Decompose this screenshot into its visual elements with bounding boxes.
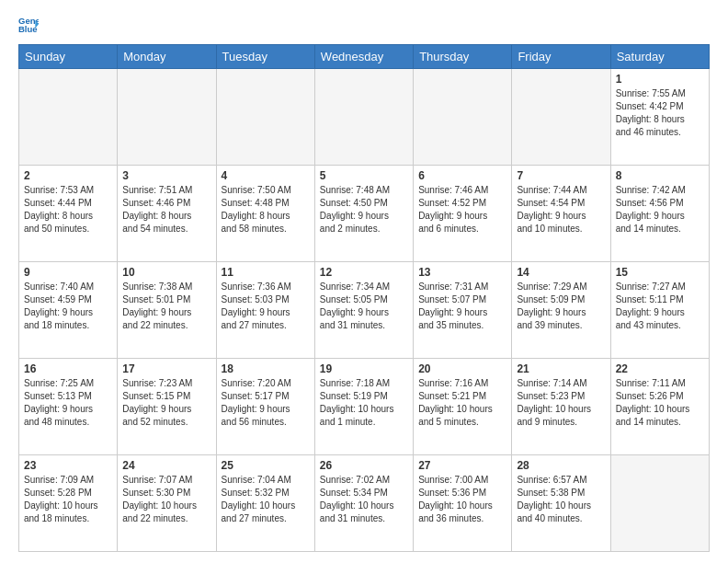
calendar-header-row: SundayMondayTuesdayWednesdayThursdayFrid… <box>19 45 710 69</box>
day-number: 23 <box>24 459 112 472</box>
calendar-table: SundayMondayTuesdayWednesdayThursdayFrid… <box>18 44 710 552</box>
calendar-cell: 21Sunrise: 7:14 AM Sunset: 5:23 PM Dayli… <box>512 359 610 455</box>
day-info: Sunrise: 7:16 AM Sunset: 5:21 PM Dayligh… <box>418 377 506 429</box>
calendar-cell: 8Sunrise: 7:42 AM Sunset: 4:56 PM Daylig… <box>610 166 709 262</box>
day-info: Sunrise: 7:48 AM Sunset: 4:50 PM Dayligh… <box>320 184 408 236</box>
day-number: 12 <box>320 266 408 279</box>
calendar-cell: 5Sunrise: 7:48 AM Sunset: 4:50 PM Daylig… <box>314 166 413 262</box>
day-info: Sunrise: 7:02 AM Sunset: 5:34 PM Dayligh… <box>320 474 408 525</box>
day-info: Sunrise: 7:46 AM Sunset: 4:52 PM Dayligh… <box>418 184 506 236</box>
day-number: 14 <box>517 266 605 279</box>
day-number: 19 <box>320 362 408 375</box>
calendar-day-header: Monday <box>118 45 216 69</box>
calendar-cell: 28Sunrise: 6:57 AM Sunset: 5:38 PM Dayli… <box>512 455 610 552</box>
day-info: Sunrise: 7:38 AM Sunset: 5:01 PM Dayligh… <box>122 281 210 332</box>
day-number: 3 <box>122 169 210 182</box>
day-number: 8 <box>616 169 704 182</box>
calendar-cell <box>512 69 610 166</box>
calendar-day-header: Sunday <box>19 45 118 69</box>
day-info: Sunrise: 7:27 AM Sunset: 5:11 PM Dayligh… <box>616 281 704 332</box>
calendar-cell: 10Sunrise: 7:38 AM Sunset: 5:01 PM Dayli… <box>118 262 216 359</box>
calendar-week-row: 23Sunrise: 7:09 AM Sunset: 5:28 PM Dayli… <box>19 455 710 552</box>
page: General Blue SundayMondayTuesdayWednesda… <box>0 0 728 563</box>
day-info: Sunrise: 7:09 AM Sunset: 5:28 PM Dayligh… <box>24 474 112 525</box>
logo: General Blue <box>18 15 42 35</box>
day-info: Sunrise: 7:40 AM Sunset: 4:59 PM Dayligh… <box>24 281 112 332</box>
calendar-cell: 13Sunrise: 7:31 AM Sunset: 5:07 PM Dayli… <box>414 262 512 359</box>
calendar-cell <box>610 455 709 552</box>
day-info: Sunrise: 7:36 AM Sunset: 5:03 PM Dayligh… <box>222 281 310 332</box>
day-number: 27 <box>418 459 506 472</box>
day-info: Sunrise: 7:07 AM Sunset: 5:30 PM Dayligh… <box>122 474 210 525</box>
day-info: Sunrise: 7:29 AM Sunset: 5:09 PM Dayligh… <box>517 281 605 332</box>
calendar-cell: 24Sunrise: 7:07 AM Sunset: 5:30 PM Dayli… <box>118 455 216 552</box>
calendar-cell <box>414 69 512 166</box>
day-number: 11 <box>222 266 310 279</box>
calendar-cell: 4Sunrise: 7:50 AM Sunset: 4:48 PM Daylig… <box>216 166 314 262</box>
day-number: 24 <box>122 459 210 472</box>
day-info: Sunrise: 7:18 AM Sunset: 5:19 PM Dayligh… <box>320 377 408 429</box>
day-info: Sunrise: 7:51 AM Sunset: 4:46 PM Dayligh… <box>122 184 210 236</box>
calendar-cell: 23Sunrise: 7:09 AM Sunset: 5:28 PM Dayli… <box>19 455 118 552</box>
svg-text:Blue: Blue <box>18 24 38 34</box>
calendar-week-row: 2Sunrise: 7:53 AM Sunset: 4:44 PM Daylig… <box>19 166 710 262</box>
day-info: Sunrise: 7:04 AM Sunset: 5:32 PM Dayligh… <box>222 474 310 525</box>
day-info: Sunrise: 7:25 AM Sunset: 5:13 PM Dayligh… <box>24 377 112 429</box>
day-info: Sunrise: 7:23 AM Sunset: 5:15 PM Dayligh… <box>122 377 210 429</box>
calendar-cell: 6Sunrise: 7:46 AM Sunset: 4:52 PM Daylig… <box>414 166 512 262</box>
day-number: 26 <box>320 459 408 472</box>
day-number: 1 <box>616 73 704 86</box>
calendar-cell: 15Sunrise: 7:27 AM Sunset: 5:11 PM Dayli… <box>610 262 709 359</box>
calendar-cell <box>19 69 118 166</box>
day-number: 28 <box>517 459 605 472</box>
calendar-cell: 2Sunrise: 7:53 AM Sunset: 4:44 PM Daylig… <box>19 166 118 262</box>
day-number: 2 <box>24 169 112 182</box>
day-number: 13 <box>418 266 506 279</box>
calendar-day-header: Wednesday <box>314 45 413 69</box>
calendar-cell: 18Sunrise: 7:20 AM Sunset: 5:17 PM Dayli… <box>216 359 314 455</box>
day-number: 15 <box>616 266 704 279</box>
day-number: 18 <box>222 362 310 375</box>
day-number: 16 <box>24 362 112 375</box>
day-info: Sunrise: 7:31 AM Sunset: 5:07 PM Dayligh… <box>418 281 506 332</box>
calendar-cell: 9Sunrise: 7:40 AM Sunset: 4:59 PM Daylig… <box>19 262 118 359</box>
calendar-week-row: 16Sunrise: 7:25 AM Sunset: 5:13 PM Dayli… <box>19 359 710 455</box>
day-number: 22 <box>616 362 704 375</box>
calendar-day-header: Tuesday <box>216 45 314 69</box>
day-info: Sunrise: 7:44 AM Sunset: 4:54 PM Dayligh… <box>517 184 605 236</box>
day-number: 10 <box>122 266 210 279</box>
calendar-week-row: 1Sunrise: 7:55 AM Sunset: 4:42 PM Daylig… <box>19 69 710 166</box>
calendar-cell: 20Sunrise: 7:16 AM Sunset: 5:21 PM Dayli… <box>414 359 512 455</box>
day-info: Sunrise: 7:14 AM Sunset: 5:23 PM Dayligh… <box>517 377 605 429</box>
calendar-day-header: Thursday <box>414 45 512 69</box>
day-number: 9 <box>24 266 112 279</box>
calendar-day-header: Saturday <box>610 45 709 69</box>
calendar-cell: 16Sunrise: 7:25 AM Sunset: 5:13 PM Dayli… <box>19 359 118 455</box>
day-number: 20 <box>418 362 506 375</box>
day-info: Sunrise: 6:57 AM Sunset: 5:38 PM Dayligh… <box>517 474 605 525</box>
day-info: Sunrise: 7:34 AM Sunset: 5:05 PM Dayligh… <box>320 281 408 332</box>
day-number: 6 <box>418 169 506 182</box>
calendar-week-row: 9Sunrise: 7:40 AM Sunset: 4:59 PM Daylig… <box>19 262 710 359</box>
day-info: Sunrise: 7:55 AM Sunset: 4:42 PM Dayligh… <box>616 87 704 139</box>
day-number: 5 <box>320 169 408 182</box>
calendar-cell: 7Sunrise: 7:44 AM Sunset: 4:54 PM Daylig… <box>512 166 610 262</box>
day-info: Sunrise: 7:20 AM Sunset: 5:17 PM Dayligh… <box>222 377 310 429</box>
calendar-cell: 17Sunrise: 7:23 AM Sunset: 5:15 PM Dayli… <box>118 359 216 455</box>
day-number: 17 <box>122 362 210 375</box>
calendar-cell: 3Sunrise: 7:51 AM Sunset: 4:46 PM Daylig… <box>118 166 216 262</box>
day-number: 21 <box>517 362 605 375</box>
day-number: 7 <box>517 169 605 182</box>
logo-icon: General Blue <box>18 15 39 35</box>
day-info: Sunrise: 7:50 AM Sunset: 4:48 PM Dayligh… <box>222 184 310 236</box>
calendar-cell: 26Sunrise: 7:02 AM Sunset: 5:34 PM Dayli… <box>314 455 413 552</box>
calendar-cell: 14Sunrise: 7:29 AM Sunset: 5:09 PM Dayli… <box>512 262 610 359</box>
day-info: Sunrise: 7:42 AM Sunset: 4:56 PM Dayligh… <box>616 184 704 236</box>
calendar-cell <box>118 69 216 166</box>
day-info: Sunrise: 7:53 AM Sunset: 4:44 PM Dayligh… <box>24 184 112 236</box>
header: General Blue <box>18 15 710 35</box>
calendar-cell: 11Sunrise: 7:36 AM Sunset: 5:03 PM Dayli… <box>216 262 314 359</box>
calendar-cell: 1Sunrise: 7:55 AM Sunset: 4:42 PM Daylig… <box>610 69 709 166</box>
calendar-cell <box>216 69 314 166</box>
calendar-cell: 27Sunrise: 7:00 AM Sunset: 5:36 PM Dayli… <box>414 455 512 552</box>
